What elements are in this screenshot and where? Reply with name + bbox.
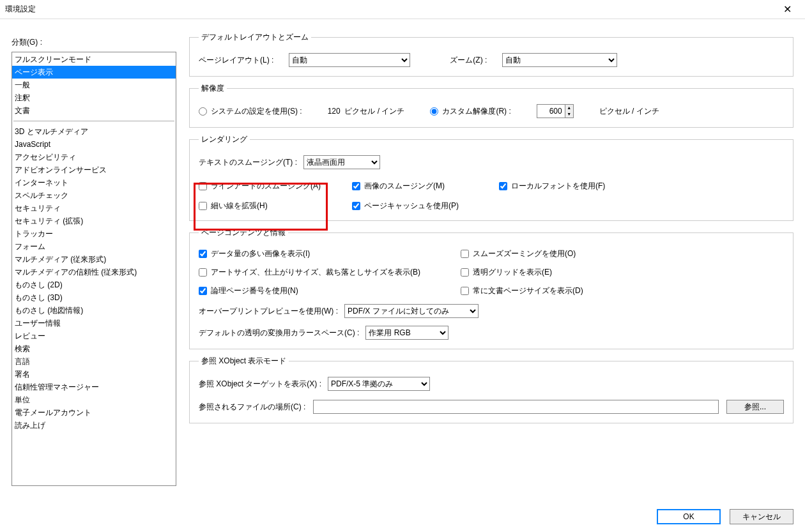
- sidebar-item[interactable]: マルチメディアの信頼性 (従来形式): [12, 266, 176, 278]
- text-smoothing-label: テキストのスムージング(T) :: [199, 157, 297, 168]
- sidebar-item[interactable]: 注釈: [12, 91, 176, 104]
- radio-custom-res[interactable]: カスタム解像度(R) :: [430, 106, 510, 117]
- sidebar-item[interactable]: JavaScript: [12, 138, 176, 151]
- text-smoothing-select[interactable]: 液晶画面用: [303, 155, 380, 169]
- check-local-font[interactable]: ローカルフォントを使用(F): [499, 181, 627, 192]
- sidebar-item[interactable]: マルチメディア (従来形式): [12, 253, 176, 266]
- page-layout-select[interactable]: 自動: [289, 53, 410, 67]
- group-xobject: 参照 XObject 表示モード 参照 XObject ターゲットを表示(X) …: [189, 356, 793, 423]
- ok-button[interactable]: OK: [657, 509, 721, 524]
- legend-rendering: レンダリング: [199, 134, 250, 145]
- sidebar-item[interactable]: ものさし (地図情報): [12, 304, 176, 317]
- sidebar-item[interactable]: 言語: [12, 355, 176, 368]
- check-line-art[interactable]: ラインアートのスムージング(A): [199, 181, 346, 192]
- category-list[interactable]: フルスクリーンモードページ表示一般注釈文書3D とマルチメディアJavaScri…: [12, 52, 176, 486]
- trans-cs-select[interactable]: 作業用 RGB: [365, 326, 448, 340]
- sidebar-item[interactable]: 検索: [12, 342, 176, 355]
- check-thin-line[interactable]: 細い線を拡張(H): [199, 201, 346, 211]
- zoom-select[interactable]: 自動: [502, 53, 617, 67]
- cancel-button[interactable]: キャンセル: [730, 509, 793, 524]
- sidebar-item[interactable]: ページ表示: [12, 66, 176, 79]
- group-rendering: レンダリング テキストのスムージング(T) : 液晶画面用 ラインアートのスムー…: [189, 134, 793, 221]
- sidebar-item[interactable]: インターネット: [12, 176, 176, 189]
- xobject-target-select[interactable]: PDF/X-5 準拠のみ: [328, 377, 430, 391]
- sidebar-item[interactable]: フルスクリーンモード: [12, 53, 176, 66]
- sidebar-item[interactable]: 電子メールアカウント: [12, 406, 176, 419]
- overprint-select[interactable]: PDF/X ファイルに対してのみ: [344, 304, 479, 318]
- group-layout-zoom: デフォルトレイアウトとズーム ページレイアウト(L) : 自動 ズーム(Z) :…: [189, 32, 793, 77]
- legend-page-content: ページコンテンツと情報: [199, 227, 288, 238]
- page-layout-label: ページレイアウト(L) :: [199, 55, 273, 66]
- sidebar-item[interactable]: フォーム: [12, 240, 176, 253]
- browse-button[interactable]: 参照...: [726, 400, 784, 414]
- custom-res-spinner[interactable]: ▲ ▼: [537, 104, 574, 118]
- titlebar: 環境設定 ✕: [0, 0, 805, 19]
- radio-system-res[interactable]: システムの設定を使用(S) :: [199, 106, 302, 117]
- sidebar-item[interactable]: 文書: [12, 104, 176, 117]
- sidebar-item[interactable]: ものさし (3D): [12, 291, 176, 304]
- xobject-file-loc-label: 参照されるファイルの場所(C) :: [199, 402, 305, 413]
- custom-res-input[interactable]: [537, 104, 565, 118]
- check-smooth-zoom[interactable]: スムーズズーミングを使用(O): [461, 248, 652, 259]
- sidebar-item[interactable]: セキュリティ (拡張): [12, 215, 176, 227]
- spinner-down-icon[interactable]: ▼: [565, 111, 573, 118]
- sidebar-item[interactable]: ものさし (2D): [12, 278, 176, 291]
- overprint-label: オーバープリントプレビューを使用(W) :: [199, 306, 338, 317]
- sidebar-item[interactable]: スペルチェック: [12, 189, 176, 202]
- sidebar-item[interactable]: 単位: [12, 393, 176, 406]
- check-trans-grid[interactable]: 透明グリッドを表示(E): [461, 267, 652, 278]
- group-page-content: ページコンテンツと情報 データ量の多い画像を表示(I) スムーズズーミングを使用…: [189, 227, 793, 349]
- sidebar-item[interactable]: 一般: [12, 79, 176, 91]
- check-logical-pg[interactable]: 論理ページ番号を使用(N): [199, 285, 454, 296]
- dialog-footer: OK キャンセル: [657, 509, 793, 524]
- sidebar-item[interactable]: アドビオンラインサービス: [12, 163, 176, 176]
- xobject-file-loc-input[interactable]: [313, 400, 719, 414]
- sidebar-item[interactable]: 署名: [12, 368, 176, 381]
- check-image-smooth[interactable]: 画像のスムージング(M): [352, 181, 493, 192]
- system-res-value: 120: [328, 107, 341, 116]
- check-large-images[interactable]: データ量の多い画像を表示(I): [199, 248, 454, 259]
- check-art-size[interactable]: アートサイズ、仕上がりサイズ、裁ち落としサイズを表示(B): [199, 267, 454, 278]
- group-resolution: 解像度 システムの設定を使用(S) : 120 ピクセル / インチ カスタム解…: [189, 83, 793, 128]
- spinner-up-icon[interactable]: ▲: [565, 105, 573, 111]
- sidebar-item[interactable]: 3D とマルチメディア: [12, 125, 176, 138]
- sidebar-item[interactable]: セキュリティ: [12, 202, 176, 215]
- check-always-pg-size[interactable]: 常に文書ページサイズを表示(D): [461, 285, 652, 296]
- sidebar-item[interactable]: レビュー: [12, 330, 176, 342]
- legend-xobject: 参照 XObject 表示モード: [199, 356, 289, 367]
- sidebar-item[interactable]: アクセシビリティ: [12, 151, 176, 163]
- check-page-cache[interactable]: ページキャッシュを使用(P): [352, 201, 493, 211]
- close-icon[interactable]: ✕: [774, 3, 800, 15]
- legend-layout-zoom: デフォルトレイアウトとズーム: [199, 32, 311, 43]
- legend-resolution: 解像度: [199, 83, 227, 94]
- window-title: 環境設定: [5, 4, 774, 15]
- xobject-target-label: 参照 XObject ターゲットを表示(X) :: [199, 379, 321, 390]
- sidebar-item[interactable]: 信頼性管理マネージャー: [12, 381, 176, 393]
- zoom-label: ズーム(Z) :: [450, 55, 487, 66]
- sidebar-item[interactable]: 読み上げ: [12, 419, 176, 432]
- sidebar-item[interactable]: ユーザー情報: [12, 317, 176, 330]
- sidebar-item[interactable]: トラッカー: [12, 227, 176, 240]
- trans-cs-label: デフォルトの透明の変換用カラースペース(C) :: [199, 328, 359, 338]
- category-label: 分類(G) :: [12, 37, 176, 48]
